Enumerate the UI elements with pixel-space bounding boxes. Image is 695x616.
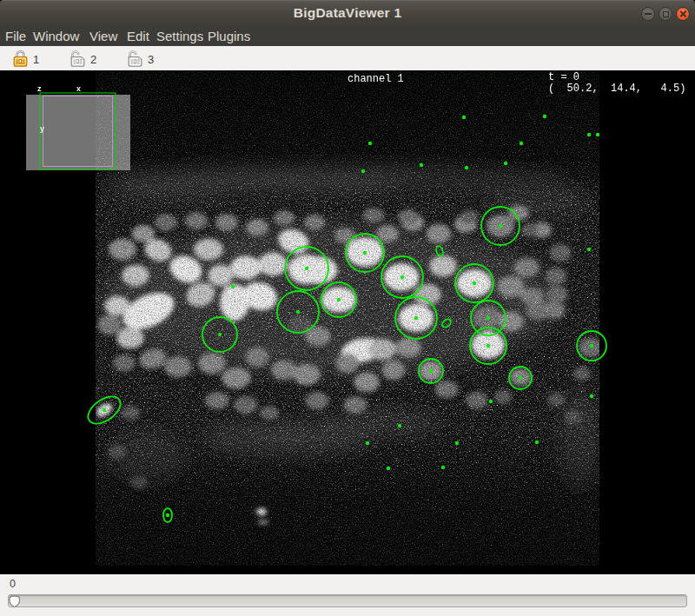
svg-text:z: z <box>37 84 42 93</box>
svg-text:x: x <box>76 84 81 93</box>
svg-text:( 50.2, 14.4, 4.5): ( 50.2, 14.4, 4.5) <box>548 83 685 95</box>
svg-text:channel 1: channel 1 <box>348 73 404 85</box>
svg-text:t = 0: t = 0 <box>548 71 579 83</box>
svg-text:y: y <box>40 124 44 133</box>
